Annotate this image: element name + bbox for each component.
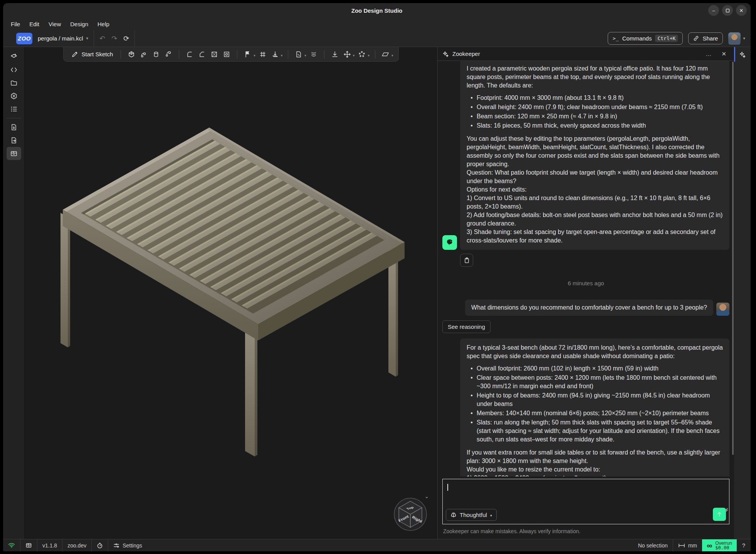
account-chevron-icon[interactable]: ▾: [743, 36, 745, 41]
settings-button[interactable]: Settings: [108, 539, 147, 551]
app-version[interactable]: v1.1.8: [37, 539, 62, 551]
model-selector-button[interactable]: Thoughtful ▴: [446, 509, 497, 521]
message-line: 1) Convert to US units and round to clea…: [467, 194, 723, 211]
refresh-button[interactable]: ⟳: [123, 34, 129, 43]
panel-more-button[interactable]: …: [702, 51, 714, 57]
pergola-model[interactable]: [25, 47, 437, 539]
bullet-item: •Slats: run along the length; 50 mm thic…: [467, 418, 723, 444]
bullet-item: •Footprint: 4000 mm × 3000 mm (about 13.…: [467, 94, 723, 102]
menu-item[interactable]: Help: [97, 21, 109, 27]
offset-plane-icon[interactable]: [269, 49, 281, 60]
message-bullets: •Overall footprint: 2600 mm (102 in) len…: [467, 364, 723, 444]
chat-timestamp: 6 minutes ago: [442, 280, 729, 286]
move-chevron-icon[interactable]: ▾: [353, 54, 355, 57]
copy-message-button[interactable]: [460, 254, 473, 267]
message-intro: I created a parametric wooden pergola si…: [467, 64, 723, 90]
shell-icon[interactable]: [208, 49, 220, 60]
message-line: Question: What patio footprint should we…: [467, 168, 723, 185]
panel-close-button[interactable]: ✕: [718, 51, 729, 57]
revolve-icon[interactable]: [150, 49, 162, 60]
machine-status-button[interactable]: [20, 539, 37, 551]
variables-icon[interactable]: [7, 89, 21, 103]
machine-panel-icon[interactable]: [7, 147, 21, 160]
maximize-button[interactable]: [722, 5, 733, 16]
help-button[interactable]: ?: [737, 542, 751, 549]
undo-button[interactable]: ↶: [99, 34, 105, 43]
pattern-chevron-icon[interactable]: ▾: [368, 54, 370, 57]
chamfer-icon[interactable]: [196, 49, 208, 60]
message-line: 2) Add footing/base details: bolt-on ste…: [467, 211, 723, 228]
network-status-button[interactable]: [3, 539, 20, 551]
menu-item[interactable]: View: [49, 21, 61, 27]
share-button[interactable]: Share: [688, 32, 723, 44]
chat-disclaimer: Zookeeper can make mistakes. Always veri…: [442, 524, 729, 539]
message-lines: You can adjust these by editing the top …: [467, 135, 723, 245]
file-import-icon[interactable]: [7, 121, 21, 134]
extrude-icon[interactable]: [126, 49, 137, 60]
message-line: If you want extra room for small side ta…: [467, 448, 723, 465]
boolean-icon[interactable]: [242, 49, 254, 60]
file-export-icon[interactable]: [7, 134, 21, 147]
timer-button[interactable]: [92, 539, 108, 551]
sweep-icon[interactable]: [138, 49, 150, 60]
view-orientation-gizmo[interactable]: ⌄ Top Front Right: [393, 493, 430, 532]
terminal-icon: >_: [613, 35, 619, 41]
zookeeper-toggle-button[interactable]: [734, 47, 751, 62]
billing-overrun-badge[interactable]: ∞ Overrun $0.00: [702, 539, 737, 551]
helix-icon[interactable]: [308, 49, 319, 60]
plane-chevron-icon[interactable]: ▾: [304, 54, 306, 57]
units-button[interactable]: mm: [673, 539, 702, 551]
insert-icon[interactable]: [329, 49, 341, 60]
bullet-item: •Height to top of beams: 2400 mm (94.5 i…: [467, 391, 723, 408]
sparkles-icon: [442, 51, 449, 57]
boolean-chevron-icon[interactable]: ▾: [254, 54, 255, 57]
hole-icon[interactable]: [221, 49, 232, 60]
rectangle-tool-icon[interactable]: [380, 49, 391, 60]
start-sketch-button[interactable]: Start Sketch: [68, 51, 116, 58]
chevron-down-icon: ▾: [86, 36, 89, 41]
commands-label: Commands: [622, 35, 652, 42]
send-button[interactable]: [713, 508, 726, 521]
see-reasoning-button[interactable]: See reasoning: [442, 320, 491, 333]
scrollbar-thumb[interactable]: [732, 62, 734, 455]
assistant-message-bubble: For a typical 3-seat bench (about 72 in/…: [460, 338, 729, 477]
trim-icon[interactable]: [257, 49, 269, 60]
zookeeper-header: Zookeeper … ✕: [438, 47, 734, 61]
status-bar: v1.1.8 zoo.dev Settings No selection mm …: [3, 539, 751, 551]
user-avatar[interactable]: [728, 32, 741, 45]
feature-tree-icon[interactable]: [7, 50, 21, 63]
assistant-message: For a typical 3-seat bench (about 72 in/…: [442, 338, 729, 477]
message-line: 3) Shade tuning: set slat spacing by tar…: [467, 228, 723, 245]
chat-input[interactable]: Thoughtful ▴: [442, 479, 729, 524]
sliders-icon: [113, 542, 119, 549]
assistant-message: I created a parametric wooden pergola si…: [442, 62, 729, 250]
logs-icon[interactable]: [7, 103, 21, 116]
assistant-message-bubble: I created a parametric wooden pergola si…: [460, 61, 729, 250]
zoo-logo[interactable]: ZOO: [16, 33, 32, 44]
gizmo-chevron-icon[interactable]: ⌄: [425, 493, 429, 499]
menu-bar: FileEditViewDesignHelp: [3, 18, 751, 30]
commands-button[interactable]: >_ Commands Ctrl+K: [608, 32, 683, 45]
plane-icon[interactable]: [293, 49, 304, 60]
project-files-icon[interactable]: [7, 76, 21, 89]
minimize-button[interactable]: –: [708, 5, 719, 16]
3d-viewport[interactable]: Start Sketch: [25, 47, 437, 539]
chat-messages[interactable]: I created a parametric wooden pergola si…: [438, 61, 734, 477]
project-name-menu[interactable]: pergola / main.kcl ▾: [38, 35, 88, 42]
menu-item[interactable]: File: [11, 21, 20, 27]
pattern-icon[interactable]: [356, 49, 368, 60]
code-icon[interactable]: [7, 63, 21, 76]
close-button[interactable]: ✕: [736, 5, 747, 16]
share-label: Share: [702, 35, 718, 42]
menu-item[interactable]: Edit: [29, 21, 39, 27]
message-lines: If you want extra room for small side ta…: [467, 448, 723, 477]
move-icon[interactable]: [341, 49, 353, 60]
loft-icon[interactable]: [163, 49, 174, 60]
fillet-icon[interactable]: [184, 49, 195, 60]
chevron-up-icon: ▴: [490, 513, 492, 517]
offset-chevron-icon[interactable]: ▾: [281, 54, 283, 57]
rectangle-chevron-icon[interactable]: ▾: [391, 54, 393, 57]
menu-item[interactable]: Design: [70, 21, 88, 27]
zoo-dev-link[interactable]: zoo.dev: [62, 539, 91, 551]
redo-button[interactable]: ↷: [111, 34, 117, 43]
